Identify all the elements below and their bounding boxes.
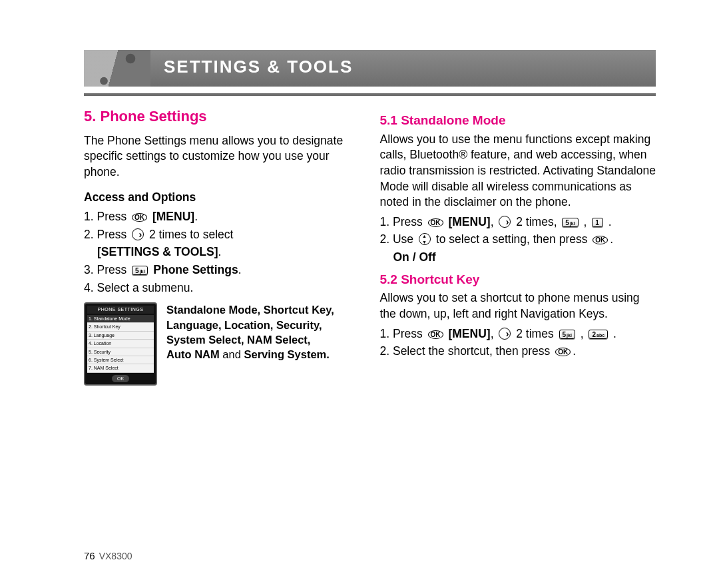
nav-right-icon	[499, 216, 511, 228]
ok-key-icon: OK	[555, 348, 571, 356]
screen-title: PHONE SETTINGS	[87, 306, 154, 313]
heading-standalone-mode: 5.1 Standalone Mode	[380, 112, 656, 129]
screen-softkey: OK	[112, 375, 129, 382]
nav-right-icon	[132, 228, 144, 240]
key-5-icon: 5jkl	[132, 266, 148, 275]
screen-item: 7. NAM Select	[87, 364, 154, 372]
banner-title: SETTINGS & TOOLS	[164, 57, 353, 77]
header-photo	[84, 50, 150, 87]
submenu-list-text: Standalone Mode, Shortcut Key, Language,…	[166, 302, 334, 362]
key-2-icon: 2abc	[589, 330, 608, 339]
screen-item: 2. Shortcut Key	[87, 323, 154, 331]
intro-text: The Phone Settings menu allows you to de…	[84, 133, 360, 180]
step-2: 2. Press 2 times to select	[84, 227, 360, 243]
screen-item: 4. Location	[87, 340, 154, 348]
step-4: 4. Select a submenu.	[84, 280, 360, 296]
page-number: 76	[84, 550, 95, 561]
ok-key-icon: OK	[593, 236, 608, 244]
screen-item: 6. System Select	[87, 356, 154, 364]
sm-step-2: 2. Use to select a setting, then press O…	[380, 232, 656, 248]
heading-shortcut-key: 5.2 Shortcut Key	[380, 271, 656, 288]
standalone-desc: Allows you to use the menu functions exc…	[380, 132, 656, 210]
sk-step-1: 1. Press OK [MENU], 2 times 5jkl , 2abc …	[380, 326, 656, 342]
ok-key-icon: OK	[132, 213, 147, 222]
phone-screen-mockup: PHONE SETTINGS 1. Standalone Mode 2. Sho…	[84, 302, 157, 386]
nav-right-icon	[499, 328, 511, 340]
screen-item: 1. Standalone Mode	[87, 315, 154, 323]
header-banner: SETTINGS & TOOLS	[84, 50, 656, 87]
step-1: 1. Press OK [MENU].	[84, 209, 360, 225]
screen-item: 3. Language	[87, 332, 154, 340]
step-3: 3. Press 5jkl Phone Settings.	[84, 262, 360, 278]
sm-step-1: 1. Press OK [MENU], 2 times, 5jkl , 1 .	[380, 214, 656, 230]
banner-underline	[84, 93, 656, 96]
key-5-icon: 5jkl	[562, 218, 578, 227]
ok-key-icon: OK	[428, 218, 443, 227]
access-options-heading: Access and Options	[84, 190, 360, 206]
screen-item: 5. Security	[87, 348, 154, 356]
model-number: VX8300	[99, 551, 132, 561]
sk-step-2: 2. Select the shortcut, then press OK.	[380, 344, 656, 360]
step-2b: [SETTINGS & TOOLS].	[84, 244, 360, 260]
on-off-label: On / Off	[380, 250, 656, 266]
key-1-icon: 1	[592, 218, 603, 227]
key-5-icon: 5jkl	[559, 330, 575, 339]
heading-phone-settings: 5. Phone Settings	[84, 107, 360, 127]
nav-updown-icon	[419, 233, 431, 245]
page-footer: 76VX8300	[84, 550, 132, 561]
shortcut-desc: Allows you to set a shortcut to phone me…	[380, 290, 656, 322]
left-column: 5. Phone Settings The Phone Settings men…	[84, 107, 360, 386]
ok-key-icon: OK	[428, 330, 443, 339]
right-column: 5.1 Standalone Mode Allows you to use th…	[380, 107, 656, 386]
